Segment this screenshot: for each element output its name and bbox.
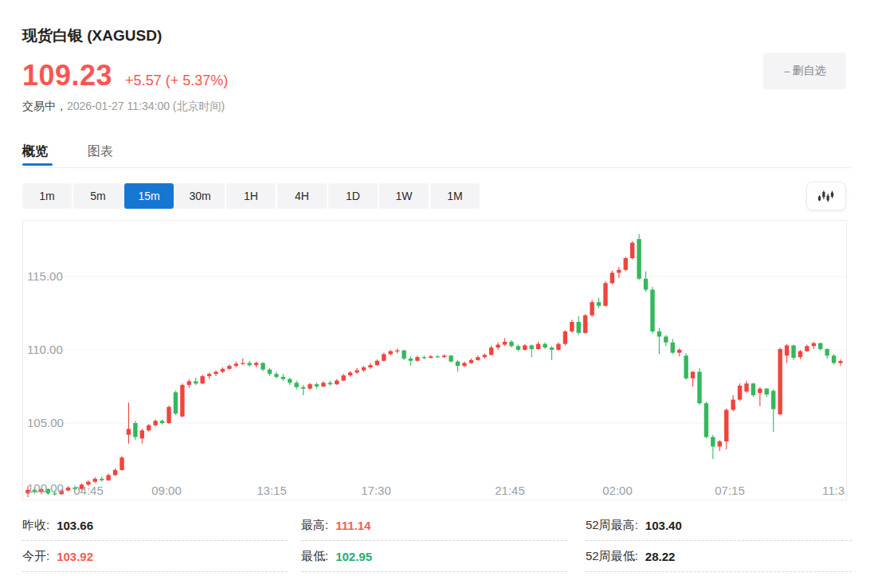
active-tab-underline — [22, 163, 53, 166]
chart-type-button[interactable] — [806, 182, 846, 210]
period-button-1m[interactable]: 1m — [22, 183, 72, 209]
period-button-5m[interactable]: 5m — [73, 183, 123, 209]
stat-low: 最低: 102.95 — [301, 541, 567, 572]
minus-icon: − — [784, 65, 791, 78]
quote-page: 现货白银 (XAGUSD) 109.23 +5.57 (+ 5.37%) 交易中… — [0, 0, 874, 588]
price-row: 109.23 +5.57 (+ 5.37%) — [22, 59, 228, 92]
current-price: 109.23 — [22, 59, 112, 92]
period-button-1H[interactable]: 1H — [226, 183, 276, 209]
remove-watchlist-button[interactable]: − 删自选 — [763, 53, 846, 89]
trading-status-row: 交易中，2026-01-27 11:34:00 (北京时间) — [22, 100, 225, 114]
period-button-4H[interactable]: 4H — [277, 183, 327, 209]
stats-column-2: 最高: 111.14 最低: 102.95 — [301, 510, 567, 572]
page-title: 现货白银 (XAGUSD) — [22, 25, 162, 46]
period-button-1D[interactable]: 1D — [328, 183, 378, 209]
candles-canvas — [23, 221, 847, 500]
stat-prev-close: 昨收: 103.66 — [22, 510, 288, 541]
trading-status: 交易中， — [22, 100, 67, 112]
period-button-1M[interactable]: 1M — [430, 183, 480, 209]
stats-column-1: 昨收: 103.66 今开: 103.92 — [22, 510, 288, 572]
price-change: +5.57 (+ 5.37%) — [125, 73, 228, 89]
candlestick-chart[interactable]: 115.00110.00105.00100.0004:4509:0013:151… — [22, 220, 847, 500]
quote-timestamp: 2026-01-27 11:34:00 — [67, 100, 170, 112]
tab-overview[interactable]: 概览 — [22, 143, 48, 160]
tab-divider — [22, 167, 852, 168]
stat-52w-low: 52周最低: 28.22 — [586, 541, 852, 572]
period-button-15m[interactable]: 15m — [124, 183, 174, 209]
stat-high: 最高: 111.14 — [301, 510, 567, 541]
remove-watchlist-label: 删自选 — [792, 64, 825, 78]
tab-chart[interactable]: 图表 — [88, 143, 113, 160]
stats-column-3: 52周最高: 103.40 52周最低: 28.22 — [586, 510, 852, 572]
period-button-30m[interactable]: 30m — [175, 183, 225, 209]
period-button-1W[interactable]: 1W — [379, 183, 429, 209]
stat-52w-high: 52周最高: 103.40 — [586, 510, 852, 541]
period-selector: 1m5m15m30m1H4H1D1W1M — [22, 183, 480, 209]
timezone-label: (北京时间) — [173, 100, 225, 112]
stat-open: 今开: 103.92 — [22, 541, 288, 572]
candlestick-icon — [817, 187, 835, 205]
